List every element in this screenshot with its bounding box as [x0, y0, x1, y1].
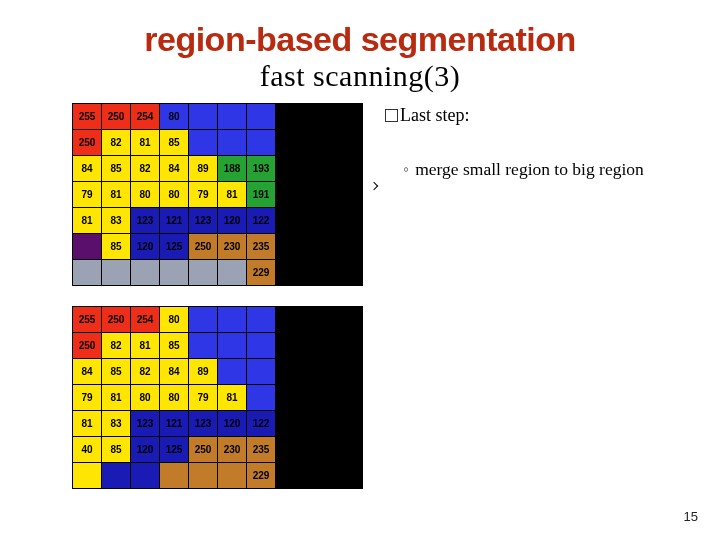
grid-cell: 123 — [189, 208, 217, 233]
grid-cell — [189, 130, 217, 155]
grid-cell: 125 — [160, 234, 188, 259]
grid-cell — [218, 260, 246, 285]
left-column: 2552502548025082818584858284891881937981… — [70, 101, 365, 507]
grid-cell: 85 — [160, 333, 188, 358]
grid-cell: 80 — [160, 385, 188, 410]
grid-cell: 85 — [102, 234, 130, 259]
square-bullet-icon — [385, 109, 398, 122]
grid-cell: 229 — [247, 463, 275, 488]
grid-cell — [131, 260, 159, 285]
grid-cell: 89 — [189, 359, 217, 384]
grid-cell: 122 — [247, 411, 275, 436]
grid-cell: 250 — [189, 234, 217, 259]
slide-subtitle: fast scanning(3) — [0, 59, 720, 93]
grid-cell: 250 — [73, 333, 101, 358]
grid-cell: 254 — [131, 104, 159, 129]
grid-cell — [73, 260, 101, 285]
grid-cell — [189, 333, 217, 358]
grid-cell — [218, 333, 246, 358]
grid-cell: 120 — [131, 437, 159, 462]
grid-cell — [189, 260, 217, 285]
grid-cell: 81 — [102, 182, 130, 207]
grid-bottom-wrap: 2552502548025082818584858284897981808079… — [70, 304, 365, 491]
grid-cell — [160, 260, 188, 285]
grid-top: 2552502548025082818584858284891881937981… — [72, 103, 363, 286]
grid-cell — [131, 463, 159, 488]
grid-cell: 79 — [73, 182, 101, 207]
grid-cell: 120 — [131, 234, 159, 259]
grid-cell: 121 — [160, 208, 188, 233]
grid-cell: 40 — [73, 437, 101, 462]
grid-cell: 250 — [102, 307, 130, 332]
grid-cell — [218, 104, 246, 129]
grid-cell — [247, 104, 275, 129]
grid-cell: 81 — [218, 385, 246, 410]
grid-cell: 255 — [73, 104, 101, 129]
grid-cell: 191 — [247, 182, 275, 207]
grid-cell: 84 — [160, 156, 188, 181]
grid-cell: 85 — [160, 130, 188, 155]
grid-cell — [189, 307, 217, 332]
content-row: 2552502548025082818584858284891881937981… — [0, 93, 720, 507]
grid-cell: 235 — [247, 437, 275, 462]
grid-cell: 82 — [102, 333, 130, 358]
grid-cell: 80 — [131, 182, 159, 207]
grid-cell — [189, 463, 217, 488]
grid-cell: 79 — [189, 182, 217, 207]
grid-cell: 123 — [131, 411, 159, 436]
grid-cell: 81 — [73, 411, 101, 436]
grid-cell: 230 — [218, 234, 246, 259]
grid-cell — [218, 359, 246, 384]
page-number: 15 — [684, 509, 698, 524]
grid-cell — [73, 463, 101, 488]
grid-cell: 123 — [131, 208, 159, 233]
grid-cell: 82 — [131, 359, 159, 384]
grid-cell: 85 — [102, 437, 130, 462]
grid-cell: 250 — [73, 130, 101, 155]
grid-cell: 80 — [160, 104, 188, 129]
grid-cell — [247, 385, 275, 410]
grid-cell — [189, 104, 217, 129]
sub-bullet-text: merge small region to big region — [415, 159, 644, 179]
grid-bottom: 2552502548025082818584858284897981808079… — [72, 306, 363, 489]
grid-cell: 235 — [247, 234, 275, 259]
grid-cell: 81 — [218, 182, 246, 207]
grid-cell — [102, 260, 130, 285]
grid-cell: 83 — [102, 208, 130, 233]
grid-cell: 84 — [160, 359, 188, 384]
grid-cell — [73, 234, 101, 259]
grid-cell — [247, 307, 275, 332]
grid-cell: 193 — [247, 156, 275, 181]
grid-cell: 250 — [189, 437, 217, 462]
grid-cell: 81 — [131, 130, 159, 155]
grid-cell: 85 — [102, 156, 130, 181]
grid-cell: 82 — [102, 130, 130, 155]
grid-cell: 84 — [73, 156, 101, 181]
grid-cell: 82 — [131, 156, 159, 181]
bullet-line: Last step: — [385, 105, 690, 126]
grid-cell: 122 — [247, 208, 275, 233]
grid-cell — [102, 463, 130, 488]
grid-cell: 83 — [102, 411, 130, 436]
grid-cell: 254 — [131, 307, 159, 332]
sub-bullet-line: ◦merge small region to big region — [385, 158, 690, 181]
grid-cell: 80 — [160, 182, 188, 207]
slide-title: region-based segmentation — [0, 20, 720, 59]
grid-cell — [218, 463, 246, 488]
grid-cell — [218, 307, 246, 332]
grid-cell — [218, 130, 246, 155]
right-column: Last step: ◦merge small region to big re… — [365, 101, 690, 507]
grid-cell: 85 — [102, 359, 130, 384]
grid-cell: 79 — [73, 385, 101, 410]
grid-cell: 188 — [218, 156, 246, 181]
grid-cell: 81 — [102, 385, 130, 410]
grid-cell: 120 — [218, 208, 246, 233]
grid-cell — [247, 130, 275, 155]
grid-cell — [160, 463, 188, 488]
grid-cell: 81 — [73, 208, 101, 233]
grid-top-wrap: 2552502548025082818584858284891881937981… — [70, 101, 365, 288]
grid-cell: 255 — [73, 307, 101, 332]
grid-cell — [247, 359, 275, 384]
grid-cell: 121 — [160, 411, 188, 436]
grid-cell: 230 — [218, 437, 246, 462]
